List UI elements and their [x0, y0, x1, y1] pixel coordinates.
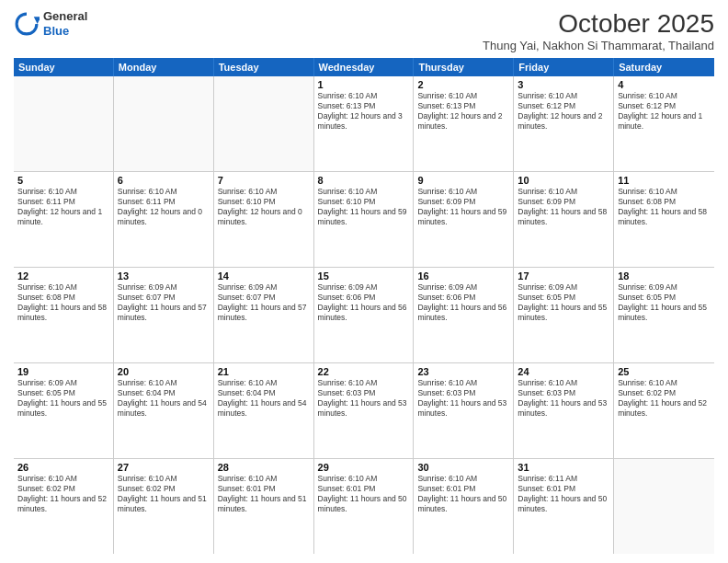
day-info-text: Sunset: 6:03 PM [417, 388, 509, 398]
calendar-week-4: 19Sunrise: 6:09 AMSunset: 6:05 PMDayligh… [14, 363, 714, 459]
calendar-day-31: 31Sunrise: 6:11 AMSunset: 6:01 PMDayligh… [514, 459, 614, 554]
day-info-text: Sunset: 6:02 PM [618, 388, 711, 398]
calendar-empty-cell [614, 459, 714, 554]
calendar-empty-cell [214, 76, 314, 171]
day-info-text: Daylight: 12 hours and 0 minutes. [118, 207, 210, 227]
day-number: 27 [118, 462, 210, 473]
day-number: 16 [417, 270, 509, 282]
day-info-text: Daylight: 11 hours and 54 minutes. [118, 398, 210, 419]
calendar-week-3: 12Sunrise: 6:10 AMSunset: 6:08 PMDayligh… [14, 268, 714, 363]
day-info-text: Sunrise: 6:10 AM [218, 474, 310, 484]
calendar-day-12: 12Sunrise: 6:10 AMSunset: 6:08 PMDayligh… [14, 268, 114, 362]
day-info-text: Daylight: 11 hours and 59 minutes. [318, 207, 410, 227]
logo-text: General Blue [43, 9, 87, 38]
calendar-day-20: 20Sunrise: 6:10 AMSunset: 6:04 PMDayligh… [114, 363, 214, 458]
title-block: October 2025 Thung Yai, Nakhon Si Thamma… [483, 9, 714, 52]
calendar-day-3: 3Sunrise: 6:10 AMSunset: 6:12 PMDaylight… [514, 76, 614, 171]
day-info-text: Daylight: 12 hours and 1 minute. [17, 207, 109, 227]
logo-icon [14, 11, 40, 37]
day-number: 7 [218, 175, 310, 186]
calendar-day-16: 16Sunrise: 6:09 AMSunset: 6:06 PMDayligh… [414, 268, 514, 362]
day-info-text: Sunrise: 6:10 AM [218, 187, 310, 197]
day-number: 24 [518, 366, 609, 377]
day-info-text: Daylight: 11 hours and 58 minutes. [17, 303, 109, 323]
day-info-text: Sunrise: 6:09 AM [518, 282, 609, 293]
day-info-text: Sunrise: 6:09 AM [218, 282, 310, 293]
day-info-text: Sunset: 6:12 PM [618, 101, 711, 111]
day-number: 14 [218, 270, 310, 282]
day-info-text: Sunset: 6:10 PM [318, 197, 410, 207]
calendar-empty-cell [114, 76, 214, 171]
location-subtitle: Thung Yai, Nakhon Si Thammarat, Thailand [483, 39, 714, 52]
day-number: 2 [417, 79, 509, 90]
calendar-day-28: 28Sunrise: 6:10 AMSunset: 6:01 PMDayligh… [214, 459, 314, 554]
day-info-text: Sunset: 6:06 PM [318, 293, 410, 303]
day-number: 11 [618, 175, 711, 186]
calendar-day-21: 21Sunrise: 6:10 AMSunset: 6:04 PMDayligh… [214, 363, 314, 458]
day-header-sunday: Sunday [14, 58, 114, 76]
calendar-day-23: 23Sunrise: 6:10 AMSunset: 6:03 PMDayligh… [414, 363, 514, 458]
calendar-day-10: 10Sunrise: 6:10 AMSunset: 6:09 PMDayligh… [514, 172, 614, 267]
day-info-text: Sunrise: 6:10 AM [518, 187, 609, 197]
calendar-day-15: 15Sunrise: 6:09 AMSunset: 6:06 PMDayligh… [314, 268, 415, 362]
day-info-text: Sunrise: 6:10 AM [118, 378, 210, 388]
day-info-text: Sunrise: 6:10 AM [618, 378, 711, 388]
day-info-text: Sunrise: 6:10 AM [118, 187, 210, 197]
calendar-day-4: 4Sunrise: 6:10 AMSunset: 6:12 PMDaylight… [614, 76, 714, 171]
calendar-day-25: 25Sunrise: 6:10 AMSunset: 6:02 PMDayligh… [614, 363, 714, 458]
day-info-text: Daylight: 12 hours and 0 minutes. [218, 207, 310, 227]
day-info-text: Sunset: 6:02 PM [17, 484, 109, 494]
calendar-day-14: 14Sunrise: 6:09 AMSunset: 6:07 PMDayligh… [214, 268, 314, 362]
day-info-text: Sunrise: 6:10 AM [417, 474, 509, 484]
day-info-text: Daylight: 11 hours and 55 minutes. [518, 303, 609, 323]
day-info-text: Sunrise: 6:10 AM [17, 474, 109, 484]
day-number: 28 [218, 462, 310, 473]
calendar-day-9: 9Sunrise: 6:10 AMSunset: 6:09 PMDaylight… [414, 172, 514, 267]
day-info-text: Sunset: 6:08 PM [618, 197, 711, 207]
day-info-text: Sunrise: 6:09 AM [17, 378, 109, 388]
calendar-day-11: 11Sunrise: 6:10 AMSunset: 6:08 PMDayligh… [614, 172, 714, 267]
day-number: 21 [218, 366, 310, 377]
day-info-text: Daylight: 11 hours and 53 minutes. [318, 398, 410, 419]
day-info-text: Daylight: 12 hours and 2 minutes. [417, 111, 509, 132]
day-header-tuesday: Tuesday [214, 58, 314, 76]
day-number: 10 [518, 175, 609, 186]
day-number: 12 [17, 270, 109, 282]
day-info-text: Sunrise: 6:09 AM [318, 282, 410, 293]
day-info-text: Daylight: 11 hours and 55 minutes. [17, 398, 109, 419]
calendar-day-8: 8Sunrise: 6:10 AMSunset: 6:10 PMDaylight… [314, 172, 415, 267]
day-number: 17 [518, 270, 609, 282]
day-info-text: Sunset: 6:05 PM [618, 293, 711, 303]
day-info-text: Daylight: 11 hours and 50 minutes. [318, 494, 410, 514]
calendar-day-1: 1Sunrise: 6:10 AMSunset: 6:13 PMDaylight… [314, 76, 415, 171]
day-info-text: Sunrise: 6:10 AM [417, 378, 509, 388]
day-info-text: Sunrise: 6:10 AM [417, 187, 509, 197]
day-info-text: Sunset: 6:10 PM [218, 197, 310, 207]
day-info-text: Daylight: 11 hours and 59 minutes. [417, 207, 509, 227]
calendar-week-5: 26Sunrise: 6:10 AMSunset: 6:02 PMDayligh… [14, 459, 714, 554]
header: General Blue October 2025 Thung Yai, Nak… [14, 9, 714, 52]
day-info-text: Sunset: 6:01 PM [417, 484, 509, 494]
day-info-text: Sunrise: 6:10 AM [218, 378, 310, 388]
calendar-day-27: 27Sunrise: 6:10 AMSunset: 6:02 PMDayligh… [114, 459, 214, 554]
day-info-text: Daylight: 12 hours and 3 minutes. [318, 111, 410, 132]
day-info-text: Sunrise: 6:10 AM [318, 91, 410, 101]
day-number: 15 [318, 270, 410, 282]
calendar-day-5: 5Sunrise: 6:10 AMSunset: 6:11 PMDaylight… [14, 172, 114, 267]
calendar-empty-cell [14, 76, 114, 171]
day-info-text: Daylight: 11 hours and 52 minutes. [618, 398, 711, 419]
day-info-text: Sunrise: 6:10 AM [518, 91, 609, 101]
day-number: 20 [118, 366, 210, 377]
day-number: 1 [318, 79, 410, 90]
page: General Blue October 2025 Thung Yai, Nak… [0, 0, 728, 563]
day-number: 4 [618, 79, 711, 90]
day-header-monday: Monday [114, 58, 214, 76]
calendar-day-6: 6Sunrise: 6:10 AMSunset: 6:11 PMDaylight… [114, 172, 214, 267]
day-info-text: Daylight: 11 hours and 51 minutes. [218, 494, 310, 514]
day-info-text: Sunrise: 6:10 AM [518, 378, 609, 388]
day-info-text: Sunrise: 6:10 AM [17, 187, 109, 197]
day-number: 29 [318, 462, 410, 473]
day-header-thursday: Thursday [414, 58, 514, 76]
day-info-text: Daylight: 11 hours and 57 minutes. [218, 303, 310, 323]
day-info-text: Sunrise: 6:09 AM [417, 282, 509, 293]
